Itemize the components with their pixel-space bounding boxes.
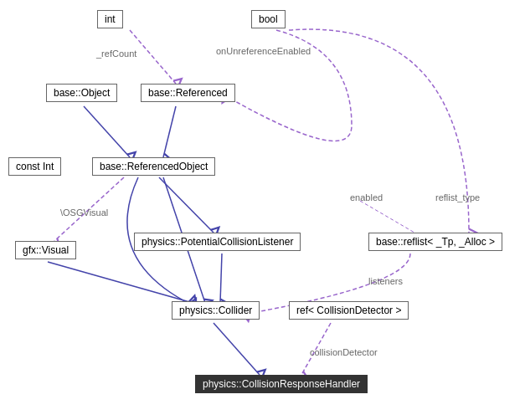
svg-line-1 — [84, 106, 130, 157]
label-enabled: enabled — [350, 192, 383, 202]
label-listeners: listeners — [368, 276, 403, 286]
node-base-referenced: base::Referenced — [141, 84, 235, 102]
svg-line-9 — [214, 323, 260, 375]
node-ref-collisiondetector: ref< CollisionDetector > — [289, 301, 409, 320]
node-base-reflist: base::reflist< _Tp, _Alloc > — [368, 233, 502, 251]
svg-line-2 — [163, 106, 176, 157]
node-base-object: base::Object — [46, 84, 117, 102]
node-base-referencedobj: base::ReferencedObject — [92, 157, 215, 176]
node-physics-collider: physics::Collider — [172, 301, 260, 320]
node-physics-crh: physics::CollisionResponseHandler — [195, 375, 368, 393]
label-osgvisual: \OSGVisual — [60, 207, 108, 218]
label-refcount: _refCount — [96, 49, 136, 59]
node-int: int — [97, 10, 123, 28]
svg-line-6 — [220, 254, 222, 303]
node-physics-pcl: physics::PotentialCollisionListener — [134, 233, 301, 251]
label-onunreference: onUnreferenceEnabled — [216, 46, 311, 56]
svg-line-5 — [48, 262, 193, 303]
diagram-container: int bool base::Object base::Referenced c… — [0, 0, 525, 420]
node-gfx-visual: gfx::Visual — [15, 241, 76, 259]
svg-line-8 — [360, 201, 414, 233]
label-collisiondetector: collisionDetector — [310, 347, 378, 357]
node-bool: bool — [251, 10, 286, 28]
label-reflist-type: reflist_type — [435, 192, 480, 202]
node-const-int: const Int — [8, 157, 61, 176]
svg-line-4 — [159, 177, 214, 233]
